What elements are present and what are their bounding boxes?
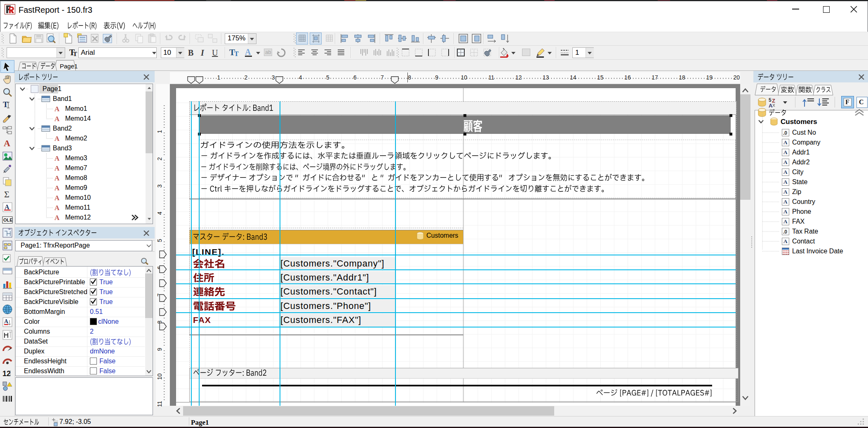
svg-text:7: 7 — [381, 74, 384, 81]
svg-text:16: 16 — [624, 74, 631, 81]
svg-text:9: 9 — [435, 74, 438, 81]
svg-text:15: 15 — [597, 74, 604, 81]
svg-text:3: 3 — [156, 184, 163, 187]
svg-text:13: 13 — [543, 74, 549, 81]
svg-text:12: 12 — [515, 74, 522, 81]
svg-text:5: 5 — [326, 74, 329, 81]
svg-text:20: 20 — [734, 74, 740, 81]
svg-text:10: 10 — [156, 373, 163, 380]
svg-text:11: 11 — [488, 74, 494, 81]
svg-text:5: 5 — [156, 239, 163, 242]
svg-text:6: 6 — [353, 74, 357, 81]
svg-text:A: A — [4, 318, 9, 325]
svg-text:1: 1 — [217, 74, 221, 81]
svg-text:A: A — [769, 103, 773, 109]
svg-text:14: 14 — [570, 74, 576, 81]
svg-text:T: T — [234, 50, 239, 57]
svg-text:17: 17 — [652, 74, 658, 81]
svg-text:5: 5 — [769, 97, 772, 103]
svg-text:18: 18 — [679, 74, 685, 81]
svg-text:8: 8 — [408, 74, 411, 81]
svg-text:4: 4 — [156, 212, 163, 215]
svg-text:9: 9 — [156, 348, 163, 351]
svg-text:1: 1 — [156, 130, 163, 133]
svg-text:19: 19 — [706, 74, 713, 81]
svg-text:3: 3 — [272, 74, 275, 81]
svg-text:10: 10 — [461, 74, 468, 81]
svg-text:2: 2 — [156, 157, 163, 160]
svg-text:11: 11 — [156, 401, 163, 407]
svg-text:A: A — [245, 47, 251, 56]
svg-text:12: 12 — [2, 370, 11, 378]
svg-text:2: 2 — [245, 74, 248, 81]
svg-text:4: 4 — [299, 74, 302, 81]
